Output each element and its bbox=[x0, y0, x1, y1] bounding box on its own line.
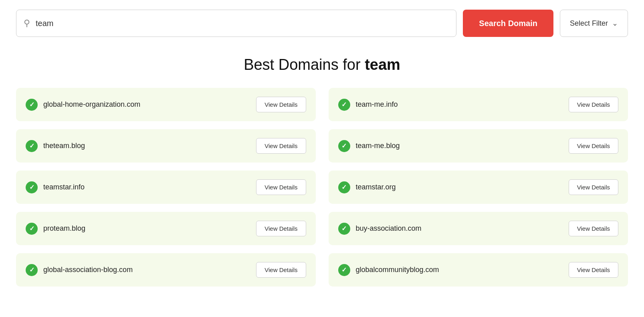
domain-left: ✓ global-home-organization.com bbox=[26, 99, 140, 111]
domain-left: ✓ team-me.info bbox=[338, 99, 398, 111]
check-icon: ✓ bbox=[338, 99, 350, 111]
view-details-button[interactable]: View Details bbox=[256, 262, 306, 278]
domain-name: global-association-blog.com bbox=[43, 266, 133, 274]
domain-item: ✓ global-association-blog.com View Detai… bbox=[16, 253, 316, 287]
domain-left: ✓ teamstar.info bbox=[26, 181, 85, 193]
domain-name: proteam.blog bbox=[43, 224, 85, 233]
check-icon: ✓ bbox=[338, 181, 350, 193]
check-icon: ✓ bbox=[26, 264, 38, 276]
page-title: Best Domains for team bbox=[16, 56, 628, 73]
select-filter-button[interactable]: Select Filter ⌄ bbox=[560, 10, 628, 37]
domain-item: ✓ team-me.info View Details bbox=[329, 88, 628, 121]
view-details-button[interactable]: View Details bbox=[569, 138, 618, 154]
search-input[interactable] bbox=[36, 19, 449, 28]
domain-left: ✓ global-association-blog.com bbox=[26, 264, 133, 276]
view-details-button[interactable]: View Details bbox=[569, 97, 618, 112]
check-icon: ✓ bbox=[26, 140, 38, 152]
domain-item: ✓ buy-association.com View Details bbox=[329, 212, 628, 245]
view-details-button[interactable]: View Details bbox=[256, 221, 306, 236]
domain-name: team-me.info bbox=[356, 100, 398, 109]
domain-item: ✓ globalcommunityblog.com View Details bbox=[329, 253, 628, 287]
heading-prefix: Best Domains for bbox=[244, 56, 360, 73]
view-details-button[interactable]: View Details bbox=[569, 221, 618, 236]
domain-left: ✓ team-me.blog bbox=[338, 140, 400, 152]
view-details-button[interactable]: View Details bbox=[256, 97, 306, 112]
check-icon: ✓ bbox=[26, 181, 38, 193]
domain-item: ✓ global-home-organization.com View Deta… bbox=[16, 88, 316, 121]
domain-name: global-home-organization.com bbox=[43, 100, 140, 109]
heading-keyword: team bbox=[365, 56, 400, 73]
domain-left: ✓ proteam.blog bbox=[26, 223, 85, 235]
view-details-button[interactable]: View Details bbox=[569, 262, 618, 278]
domain-name: team-me.blog bbox=[356, 142, 400, 150]
view-details-button[interactable]: View Details bbox=[256, 138, 306, 154]
domain-item: ✓ team-me.blog View Details bbox=[329, 129, 628, 163]
domain-left: ✓ globalcommunityblog.com bbox=[338, 264, 439, 276]
view-details-button[interactable]: View Details bbox=[256, 179, 306, 195]
domain-item: ✓ proteam.blog View Details bbox=[16, 212, 316, 245]
chevron-down-icon: ⌄ bbox=[612, 19, 618, 28]
domain-name: theteam.blog bbox=[43, 142, 85, 150]
check-icon: ✓ bbox=[26, 99, 38, 111]
check-icon: ✓ bbox=[338, 223, 350, 235]
domain-item: ✓ theteam.blog View Details bbox=[16, 129, 316, 163]
domain-name: globalcommunityblog.com bbox=[356, 266, 439, 274]
domain-name: buy-association.com bbox=[356, 224, 422, 233]
search-box: ⚲ bbox=[16, 10, 456, 37]
view-details-button[interactable]: View Details bbox=[569, 179, 618, 195]
domain-item: ✓ teamstar.org View Details bbox=[329, 171, 628, 204]
check-icon: ✓ bbox=[338, 140, 350, 152]
top-bar: ⚲ Search Domain Select Filter ⌄ bbox=[16, 10, 628, 37]
check-icon: ✓ bbox=[26, 223, 38, 235]
domain-name: teamstar.info bbox=[43, 183, 85, 191]
domain-left: ✓ buy-association.com bbox=[338, 223, 422, 235]
search-icon: ⚲ bbox=[24, 18, 30, 28]
filter-label: Select Filter bbox=[570, 19, 608, 28]
domain-left: ✓ theteam.blog bbox=[26, 140, 85, 152]
domain-left: ✓ teamstar.org bbox=[338, 181, 396, 193]
domain-item: ✓ teamstar.info View Details bbox=[16, 171, 316, 204]
domain-name: teamstar.org bbox=[356, 183, 396, 191]
check-icon: ✓ bbox=[338, 264, 350, 276]
search-domain-button[interactable]: Search Domain bbox=[463, 10, 553, 37]
domains-grid: ✓ global-home-organization.com View Deta… bbox=[16, 88, 628, 287]
